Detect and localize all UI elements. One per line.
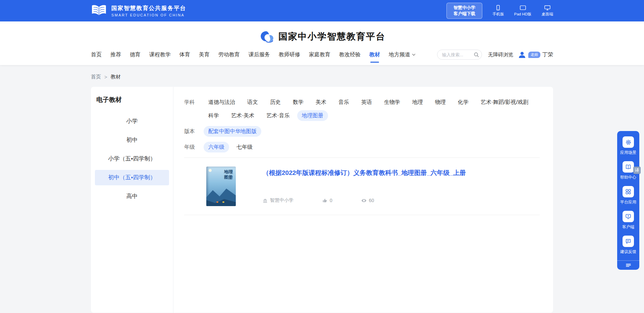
nav-item-reform-experience[interactable]: 教改经验 — [339, 51, 361, 58]
nav-item-local-channel-label: 地方频道 — [389, 51, 410, 58]
client-pad-link[interactable]: Pad HD版 — [514, 5, 532, 17]
grade-option-selected[interactable]: 六年级 — [204, 142, 229, 152]
client-mobile-link[interactable]: 手机版 — [492, 5, 504, 17]
subject-option[interactable]: 美术 — [311, 97, 331, 108]
translate-badge[interactable]: 译 — [633, 167, 641, 174]
phone-icon — [495, 5, 501, 11]
role-badge: 老师 — [528, 52, 540, 58]
book-cover-title: 地理图册 — [223, 169, 233, 180]
textbook-list-item: 地理图册 （根据2022年版课程标准修订）义务教育教科书_地理图册_六年级_上册… — [184, 158, 540, 215]
panel-collapse-button[interactable] — [617, 260, 639, 267]
platform-title: 国家中小学智慧教育平台 — [278, 30, 385, 43]
thumbs-up-icon — [322, 198, 327, 203]
breadcrumb-home[interactable]: 首页 — [91, 74, 101, 80]
main-nav: 首页 推荐 德育 课程教学 体育 美育 劳动教育 课后服务 教师研修 家庭教育 … — [91, 51, 416, 58]
search-box — [437, 50, 482, 60]
subject-option-selected[interactable]: 地理图册 — [297, 110, 328, 121]
float-item-label: 平台应用 — [620, 199, 636, 205]
subject-option[interactable]: 艺术·美术 — [226, 110, 259, 121]
sidebar-item-primary[interactable]: 小学 — [95, 114, 169, 129]
sidebar-item-senior[interactable]: 高中 — [95, 189, 169, 204]
publisher-emblem — [209, 169, 212, 172]
sidebar-item-junior[interactable]: 初中 — [95, 132, 169, 148]
book-title-link[interactable]: （根据2022年版课程标准修订）义务教育教科书_地理图册_六年级_上册 — [263, 169, 466, 177]
app-download-line2: 客户端下载 — [453, 11, 475, 17]
app-download-button[interactable]: 智慧中小学 客户端下载 — [446, 3, 482, 19]
version-filter-label: 版本 — [184, 126, 201, 137]
nav-item-after-school-service[interactable]: 课后服务 — [249, 51, 270, 58]
subject-option[interactable]: 艺术·音乐 — [262, 110, 294, 121]
site-header: 国家中小学智慧教育平台 首页 推荐 德育 课程教学 体育 美育 劳动教育 课后服… — [0, 21, 644, 65]
nav-item-labor-education[interactable]: 劳动教育 — [218, 51, 240, 58]
divider — [184, 215, 540, 215]
nav-item-teacher-training[interactable]: 教师研修 — [279, 51, 300, 58]
platform-logo: 国家中小学智慧教育平台 — [0, 30, 644, 43]
subject-filter-row: 学科 道德与法治 语文 历史 数学 美术 音乐 英语 生物学 地理 物理 化学 … — [184, 97, 540, 121]
user-name[interactable]: 丁荣 — [542, 51, 553, 58]
topbar-right: 智慧中小学 客户端下载 手机版 Pad HD版 桌面端 — [446, 3, 553, 19]
nav-item-local-channel[interactable]: 地方频道 — [389, 51, 416, 58]
content-panel: 学科 道德与法治 语文 历史 数学 美术 音乐 英语 生物学 地理 物理 化学 … — [173, 87, 553, 313]
grade-filter-label: 年级 — [184, 142, 201, 152]
accessibility-link[interactable]: 无障碍浏览 — [488, 52, 513, 58]
desktop-icon — [544, 5, 551, 11]
version-options: 配套中图中华地图版 — [204, 126, 264, 137]
subject-option[interactable]: 化学 — [453, 97, 473, 108]
subject-option[interactable]: 道德与法治 — [204, 97, 240, 108]
likes-meta: 0 — [322, 198, 332, 203]
client-pad-label: Pad HD版 — [514, 12, 532, 17]
float-item-label: 客户端 — [622, 224, 634, 230]
user-account[interactable]: 老师 丁荣 — [518, 51, 553, 59]
subject-option[interactable]: 音乐 — [334, 97, 354, 108]
cover-boat-yellow — [222, 201, 224, 203]
brand-text: 国家智慧教育公共服务平台 SMART EDUCATION OF CHINA — [111, 4, 186, 17]
nav-item-family-education[interactable]: 家庭教育 — [309, 51, 330, 58]
float-item-platform-apps[interactable]: 平台应用 — [620, 186, 636, 205]
sidebar-item-junior-54[interactable]: 初中（五•四学制） — [95, 170, 169, 185]
book-meta: 智慧中小学 0 60 — [263, 197, 466, 203]
subject-option[interactable]: 科学 — [204, 110, 224, 121]
nav-item-home[interactable]: 首页 — [91, 51, 102, 58]
swan-logo-icon — [259, 30, 275, 43]
building-icon — [263, 198, 268, 203]
nav-item-recommend[interactable]: 推荐 — [110, 51, 121, 58]
client-desktop-link[interactable]: 桌面端 — [542, 5, 553, 17]
float-item-label: 应用场景 — [620, 150, 636, 155]
nav-item-aesthetic-education[interactable]: 美育 — [199, 51, 210, 58]
search-icon[interactable] — [474, 52, 479, 57]
brand-title: 国家智慧教育公共服务平台 — [111, 4, 186, 12]
nav-item-curriculum-teaching[interactable]: 课程教学 — [149, 51, 171, 58]
subject-option[interactable]: 历史 — [265, 97, 285, 108]
subject-option[interactable]: 语文 — [243, 97, 263, 108]
sidebar-item-primary-54[interactable]: 小学（五•四学制） — [95, 151, 169, 167]
likes-count: 0 — [330, 198, 332, 203]
subject-option[interactable]: 英语 — [357, 97, 377, 108]
version-option-selected[interactable]: 配套中图中华地图版 — [204, 126, 261, 137]
subject-filter-label: 学科 — [184, 97, 201, 121]
float-item-client[interactable]: 客户端 — [622, 211, 634, 230]
subject-option[interactable]: 地理 — [408, 97, 428, 108]
float-item-app-scenarios[interactable]: 应用场景 — [620, 136, 636, 155]
breadcrumb-current: 教材 — [111, 74, 121, 80]
float-item-label: 帮助中心 — [620, 175, 636, 180]
chat-bubble-icon — [623, 236, 634, 247]
client-mobile-label: 手机版 — [492, 12, 504, 17]
topbar: 国家智慧教育公共服务平台 SMART EDUCATION OF CHINA 智慧… — [0, 0, 644, 21]
grade-filter-row: 年级 六年级 七年级 — [184, 142, 540, 152]
client-desktop-label: 桌面端 — [542, 12, 553, 17]
float-item-feedback[interactable]: 建议反馈 — [620, 236, 636, 255]
nav-item-physical-education[interactable]: 体育 — [179, 51, 190, 58]
nav-item-textbook[interactable]: 教材 — [369, 51, 380, 58]
avatar-icon[interactable] — [518, 51, 526, 59]
subject-option[interactable]: 物理 — [430, 97, 450, 108]
subject-option[interactable]: 艺术·舞蹈/影视/戏剧 — [476, 97, 533, 108]
grade-options: 六年级 七年级 — [204, 142, 260, 152]
book-cover[interactable]: 地理图册 — [206, 167, 236, 206]
subject-option[interactable]: 数学 — [288, 97, 308, 108]
float-panel: 应用场景 帮助中心 平台应用 客户端 建议反馈 — [617, 131, 639, 270]
gear-icon — [623, 136, 634, 148]
grade-option[interactable]: 七年级 — [232, 142, 257, 152]
publisher-name: 智慧中小学 — [270, 197, 293, 203]
subject-option[interactable]: 生物学 — [379, 97, 405, 108]
nav-item-moral-education[interactable]: 德育 — [130, 51, 141, 58]
